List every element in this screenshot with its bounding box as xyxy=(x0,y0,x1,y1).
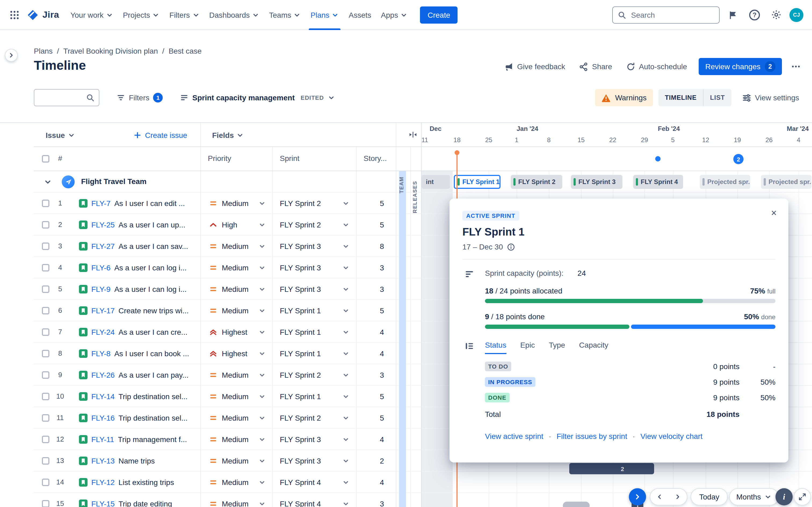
row-checkbox[interactable] xyxy=(42,414,49,422)
sprint-dropdown[interactable]: FLY Sprint 1 xyxy=(272,343,356,364)
zoom-level-dropdown[interactable]: Months xyxy=(729,488,779,505)
nav-item-plans[interactable]: Plans xyxy=(306,0,344,30)
issue-key-link[interactable]: FLY-25 xyxy=(91,221,115,229)
row-checkbox[interactable] xyxy=(42,478,49,486)
issue-key-link[interactable]: FLY-14 xyxy=(91,392,115,401)
issue-key-link[interactable]: FLY-13 xyxy=(91,457,115,465)
plan-search[interactable] xyxy=(34,89,99,106)
sprint-bar-int[interactable]: int xyxy=(421,175,450,189)
issue-key-link[interactable]: FLY-24 xyxy=(91,328,115,336)
sidebar-expand-button[interactable] xyxy=(5,49,18,62)
sprint-bar-projected-spr[interactable]: Projected spr... xyxy=(761,175,811,189)
row-checkbox[interactable] xyxy=(42,200,49,207)
priority-dropdown[interactable]: Medium xyxy=(200,235,272,257)
more-options-button[interactable] xyxy=(787,58,805,75)
priority-dropdown[interactable]: Medium xyxy=(200,429,272,450)
link-view-velocity-chart[interactable]: View velocity chart xyxy=(641,432,702,441)
sprint-bar-fly-sprint-2[interactable]: FLY Sprint 2 xyxy=(511,175,562,189)
issue-key-link[interactable]: FLY-26 xyxy=(91,371,115,379)
sprint-dropdown[interactable]: FLY Sprint 2 xyxy=(272,364,356,386)
view-settings-button[interactable]: View settings xyxy=(737,89,805,106)
issue-key-link[interactable]: FLY-6 xyxy=(91,264,111,272)
row-checkbox[interactable] xyxy=(42,242,49,250)
fullscreen-button[interactable] xyxy=(794,488,811,505)
sprint-dropdown[interactable]: FLY Sprint 2 xyxy=(272,214,356,235)
priority-dropdown[interactable]: Medium xyxy=(200,257,272,278)
avatar[interactable]: CJ xyxy=(790,8,803,22)
priority-dropdown[interactable]: Medium xyxy=(200,300,272,321)
priority-dropdown[interactable]: Medium xyxy=(200,407,272,429)
priority-dropdown[interactable]: High xyxy=(200,214,272,235)
priority-dropdown[interactable]: Highest xyxy=(200,343,272,364)
give-feedback-button[interactable]: Give feedback xyxy=(499,58,571,75)
share-button[interactable]: Share xyxy=(574,58,618,75)
issue-key-link[interactable]: FLY-7 xyxy=(91,199,111,208)
sprint-dropdown[interactable]: FLY Sprint 3 xyxy=(272,278,356,300)
breadcrumb-item[interactable]: Travel Booking Division plan xyxy=(63,47,158,55)
milestone-count-badge[interactable]: 2 xyxy=(733,154,744,164)
warnings-button[interactable]: Warnings xyxy=(595,89,653,106)
sprint-dropdown[interactable]: FLY Sprint 3 xyxy=(272,235,356,257)
issue-column-header[interactable]: Issue xyxy=(46,123,75,147)
row-checkbox[interactable] xyxy=(42,500,49,507)
priority-dropdown[interactable]: Medium xyxy=(200,192,272,214)
priority-dropdown[interactable]: Medium xyxy=(200,278,272,300)
nav-item-assets[interactable]: Assets xyxy=(344,0,376,30)
expand-panel-button[interactable] xyxy=(629,488,646,505)
sprint-dropdown[interactable]: FLY Sprint 1 xyxy=(272,321,356,343)
auto-schedule-button[interactable]: Auto-schedule xyxy=(621,58,693,75)
priority-dropdown[interactable]: Medium xyxy=(200,450,272,471)
sprint-bar-fly-sprint-3[interactable]: FLY Sprint 3 xyxy=(571,175,622,189)
issue-key-link[interactable]: FLY-8 xyxy=(91,349,111,358)
collapse-columns-icon[interactable] xyxy=(409,130,417,139)
sprint-dropdown[interactable]: FLY Sprint 1 xyxy=(272,300,356,321)
row-checkbox[interactable] xyxy=(42,285,49,293)
tab-epic[interactable]: Epic xyxy=(520,341,535,354)
view-selector-button[interactable]: Sprint capacity management EDITED xyxy=(174,89,341,106)
close-icon[interactable]: × xyxy=(766,205,782,221)
search-input[interactable] xyxy=(630,10,714,19)
notifications-flag-icon[interactable] xyxy=(725,7,741,23)
scrollbar-thumb[interactable] xyxy=(563,502,590,507)
sprint-dropdown[interactable]: FLY Sprint 2 xyxy=(272,192,356,214)
link-filter-issues-by-sprint[interactable]: Filter issues by sprint xyxy=(557,432,627,441)
tab-status[interactable]: Status xyxy=(485,341,506,354)
sprint-dropdown[interactable]: FLY Sprint 2 xyxy=(272,407,356,429)
chevron-down-icon[interactable] xyxy=(44,178,52,186)
priority-dropdown[interactable]: Medium xyxy=(200,493,272,507)
help-icon[interactable]: ? xyxy=(747,7,763,23)
issue-key-link[interactable]: FLY-11 xyxy=(91,435,114,444)
sprint-dropdown[interactable]: FLY Sprint 3 xyxy=(272,429,356,450)
issue-key-link[interactable]: FLY-27 xyxy=(91,242,115,250)
nav-item-projects[interactable]: Projects xyxy=(118,0,165,30)
info-icon[interactable] xyxy=(507,243,515,251)
toggle-timeline[interactable]: TIMELINE xyxy=(658,89,703,106)
jira-logo[interactable]: Jira xyxy=(27,9,59,21)
sprint-dropdown[interactable]: FLY Sprint 3 xyxy=(272,257,356,278)
row-checkbox[interactable] xyxy=(42,264,49,272)
create-button[interactable]: Create xyxy=(420,6,458,23)
priority-dropdown[interactable]: Highest xyxy=(200,321,272,343)
sprint-bar-fly-sprint-4[interactable]: FLY Sprint 4 xyxy=(633,175,683,189)
create-issue-button[interactable]: Create issue xyxy=(133,123,187,147)
priority-dropdown[interactable]: Medium xyxy=(200,386,272,407)
scroll-right-button[interactable] xyxy=(669,489,687,505)
fields-dropdown[interactable]: Fields xyxy=(212,123,244,147)
sprint-bar-fly-sprint-1[interactable]: FLY Sprint 1 xyxy=(454,175,501,189)
priority-dropdown[interactable]: Medium xyxy=(200,364,272,386)
nav-item-apps[interactable]: Apps xyxy=(376,0,413,30)
row-checkbox[interactable] xyxy=(42,328,49,336)
sprint-dropdown[interactable]: FLY Sprint 4 xyxy=(272,493,356,507)
sprint-bar-projected-spr[interactable]: Projected spr... xyxy=(700,175,750,189)
priority-dropdown[interactable]: Medium xyxy=(200,471,272,493)
row-checkbox[interactable] xyxy=(42,457,49,465)
settings-gear-icon[interactable] xyxy=(768,7,784,23)
row-checkbox[interactable] xyxy=(42,307,49,315)
nav-item-dashboards[interactable]: Dashboards xyxy=(204,0,264,30)
nav-item-your-work[interactable]: Your work xyxy=(65,0,118,30)
scroll-left-button[interactable] xyxy=(650,489,669,505)
info-button[interactable]: i xyxy=(775,488,793,505)
issue-key-link[interactable]: FLY-15 xyxy=(91,500,115,507)
toggle-list[interactable]: LIST xyxy=(703,89,731,106)
plan-search-input[interactable] xyxy=(39,93,83,103)
